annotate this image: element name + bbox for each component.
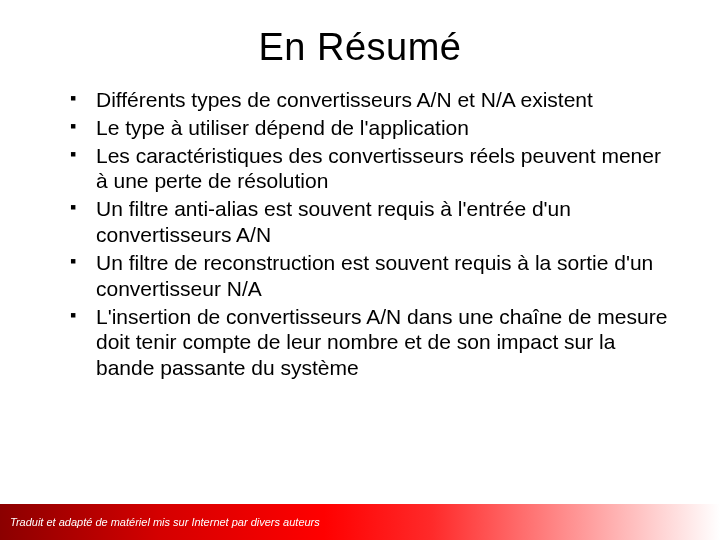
slide-title: En Résumé [0,0,720,87]
bullet-list: Différents types de convertisseurs A/N e… [70,87,670,381]
footer-text: Traduit et adapté de matériel mis sur In… [10,516,320,528]
list-item: L'insertion de convertisseurs A/N dans u… [70,304,670,381]
slide: En Résumé Différents types de convertiss… [0,0,720,540]
list-item: Un filtre de reconstruction est souvent … [70,250,670,302]
list-item: Les caractéristiques des convertisseurs … [70,143,670,195]
list-item: Différents types de convertisseurs A/N e… [70,87,670,113]
list-item: Le type à utiliser dépend de l'applicati… [70,115,670,141]
footer-bar: Traduit et adapté de matériel mis sur In… [0,504,720,540]
list-item: Un filtre anti-alias est souvent requis … [70,196,670,248]
slide-body: Différents types de convertisseurs A/N e… [0,87,720,381]
